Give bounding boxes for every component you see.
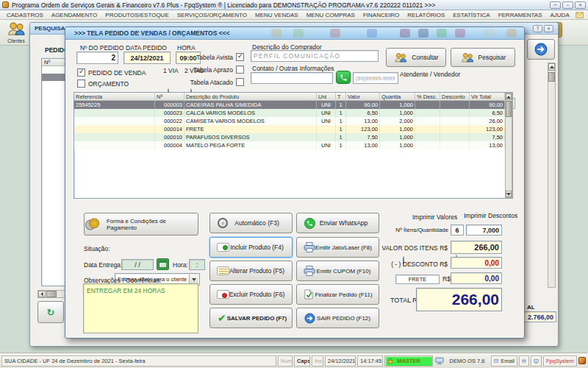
desconto-field: 0,00 bbox=[451, 257, 502, 269]
automatico-button[interactable]: ≡ Automático (F3) bbox=[209, 213, 293, 233]
application-window: Programa Ordem de Serviços Gerais & Fina… bbox=[0, 0, 588, 368]
data-entrega-field[interactable]: / / bbox=[121, 259, 154, 270]
pesquisa-hscrollbar[interactable] bbox=[37, 290, 65, 298]
email-icon bbox=[576, 12, 584, 18]
monitor-icon bbox=[534, 358, 539, 365]
table-vscrollbar[interactable] bbox=[505, 93, 512, 198]
excluir-produto-icon bbox=[217, 290, 229, 299]
whatsapp-icon bbox=[340, 74, 348, 82]
menu-financeiro[interactable]: FINANCEIRO bbox=[359, 11, 403, 19]
pedido-venda-checkbox[interactable] bbox=[77, 68, 85, 77]
maximize-button[interactable]: ▫ bbox=[562, 1, 573, 9]
data-pedido-field[interactable]: 24/12/2021 bbox=[123, 52, 171, 64]
table-row[interactable]: 000023 CALCA VARIOS MODELOSUNI 16,50 1,0… bbox=[74, 109, 512, 117]
desconto-label: ( - ) DESCONTO R$ bbox=[381, 261, 448, 268]
excluir-produto-button[interactable]: Excluir Produto (F6) bbox=[209, 284, 293, 305]
situacao-label: Situação: bbox=[84, 245, 110, 252]
itens-quantidade-label: Nº Ítens/Quantidade bbox=[393, 227, 448, 233]
calendar-button[interactable] bbox=[157, 258, 169, 270]
data-pedido-label: DATA PEDIDO bbox=[126, 44, 167, 52]
emitir-jato-button[interactable]: Emitir Jato/Laser (F8) bbox=[296, 237, 379, 258]
status-brand: FpqSystem bbox=[543, 355, 577, 367]
status-monitor[interactable] bbox=[531, 355, 542, 367]
table-row[interactable]: 000004 MATELO PEGA FORTEUNI 113,00 1,000… bbox=[74, 141, 512, 149]
menu-estatistica[interactable]: ESTATÍSTICA bbox=[449, 11, 493, 19]
itens-field: 6 bbox=[451, 224, 464, 236]
pagamento-button[interactable]: Forma e Condições de Pagamento bbox=[84, 213, 198, 236]
hora-entrega-field[interactable]: : bbox=[189, 259, 205, 270]
status-printer[interactable] bbox=[519, 355, 529, 367]
status-date: 24/12/2021 bbox=[325, 355, 356, 367]
hora-entrega-label: Hora: bbox=[173, 261, 188, 269]
app-icon bbox=[2, 1, 9, 8]
pesquisar-button[interactable]: Pesquisar bbox=[451, 48, 515, 67]
comprador-field[interactable]: PERFIL COMUNICAÇÃO bbox=[251, 50, 379, 62]
pedido-dialog: >>> TELA PEDIDO DE VENDAS / ORÇAMENTOS <… bbox=[65, 26, 525, 339]
email-icon bbox=[494, 358, 498, 364]
clientes-icon[interactable] bbox=[6, 21, 26, 37]
contato-field[interactable] bbox=[251, 72, 333, 84]
app-titlebar: Programa Ordem de Serviços Gerais & Fina… bbox=[0, 0, 588, 10]
finalizar-pedido-button[interactable]: Finalizar Pedido (F11) bbox=[296, 284, 379, 305]
status-email[interactable]: Email bbox=[491, 355, 517, 367]
menu-produtos-estoque[interactable]: PRODUTOS/ESTOQUE bbox=[101, 11, 172, 19]
quantidade-field: 7,000 bbox=[466, 224, 502, 236]
menu-ferramentas[interactable]: FERRAMENTAS bbox=[495, 11, 546, 19]
valor-itens-label: VALOR DOS ITENS R$ bbox=[381, 244, 448, 252]
pesquisa-help-button[interactable]: ? bbox=[533, 25, 542, 32]
table-row[interactable]: 000014 FRETE 1123,00 1,000 123,00 bbox=[74, 125, 512, 133]
tabela-avista-checkbox[interactable] bbox=[236, 53, 244, 61]
menu-relatorios[interactable]: RELATÓRIOS bbox=[404, 11, 448, 19]
frete-label-box[interactable]: FRETE bbox=[395, 275, 440, 284]
numero-pedido-label: Nº DO PEDIDO bbox=[80, 44, 123, 52]
frete-field[interactable]: 0,00 bbox=[451, 272, 502, 284]
menu-cadastros[interactable]: CADASTROS bbox=[3, 11, 47, 19]
tabela-avista-label: Tabela Avista bbox=[189, 54, 233, 61]
tabela-aprazo-checkbox[interactable] bbox=[236, 66, 244, 74]
fpq-icon bbox=[578, 357, 586, 364]
alterar-produto-button[interactable]: Alterar Produto (F5) bbox=[209, 261, 293, 281]
menu-email[interactable]: E-MAIL bbox=[584, 11, 588, 19]
sair-pedido-button[interactable]: SAIR PEDIDO (F12) bbox=[296, 308, 379, 328]
rs-label: R$ bbox=[442, 275, 451, 283]
tabela-atacado-checkbox[interactable] bbox=[236, 78, 244, 86]
table-row[interactable]: 000010 PARAFUSOS DIVERSOS 17,50 1,000 7,… bbox=[74, 133, 512, 141]
status-caps: Caps bbox=[294, 355, 310, 367]
pesquisa-close-button[interactable]: × bbox=[544, 25, 553, 32]
people-icon bbox=[460, 52, 475, 63]
whatsapp-button[interactable] bbox=[336, 71, 351, 84]
produtos-table-header: ReferenciaNº Descrição do ProdutoUni TVa… bbox=[74, 93, 512, 101]
table-row[interactable]: 000022 CAMISETA VARIOS MODELOSUNI 113,00… bbox=[74, 117, 512, 125]
numero-pedido-field[interactable]: 2 bbox=[76, 52, 118, 64]
telefone-field[interactable]: (99)99999-9999 bbox=[353, 72, 398, 84]
status-version: DEMO OS 7.6 bbox=[446, 355, 488, 367]
menu-ajuda[interactable]: AJUDA bbox=[546, 11, 573, 19]
salvar-pedido-button[interactable]: ✔ SALVAR PEDIDO (F7) bbox=[209, 308, 293, 328]
total-field: 266,00 bbox=[416, 288, 502, 311]
menubar: CADASTROS AGENDAMENTO PRODUTOS/ESTOQUE S… bbox=[0, 10, 588, 20]
menu-servicos-orcamento[interactable]: SERVIÇOS/ORÇAMENTO bbox=[173, 11, 251, 19]
menu-vendas[interactable]: MENU VENDAS bbox=[251, 11, 302, 19]
clientes-label: Clientes bbox=[1, 38, 31, 43]
printer-icon bbox=[522, 358, 526, 364]
consultar-button[interactable]: Consultar bbox=[386, 48, 446, 67]
pesquisa-sair-button[interactable] bbox=[527, 39, 555, 60]
observacoes-textarea[interactable]: ENTREGAR EM 24 HORAS bbox=[83, 283, 198, 333]
pesquisa-vscrollbar[interactable] bbox=[548, 63, 556, 288]
enviar-whatsapp-button[interactable]: Enviar WhatsApp bbox=[296, 213, 379, 233]
menu-agendamento[interactable]: AGENDAMENTO bbox=[48, 11, 101, 19]
whatsapp-icon bbox=[304, 218, 315, 229]
incluir-produto-button[interactable]: Incluir Produto (F4) bbox=[209, 237, 293, 258]
statusbar: SUA CIDADE - UF 24 de Dezembro de 2021 -… bbox=[0, 353, 588, 368]
pesquisa-total-label: AL bbox=[527, 304, 535, 311]
dialog-titlebar[interactable]: >>> TELA PEDIDO DE VENDAS / ORÇAMENTOS <… bbox=[65, 27, 524, 40]
status-time: 14:17:45 bbox=[357, 355, 383, 367]
pesquisa-refresh-button[interactable]: ↻ bbox=[37, 301, 64, 323]
status-location: SUA CIDADE - UF 24 de Dezembro de 2021 -… bbox=[1, 355, 276, 367]
orcamento-checkbox[interactable] bbox=[77, 79, 85, 88]
menu-compras[interactable]: MENU COMPRAS bbox=[303, 11, 359, 19]
close-button[interactable]: × bbox=[575, 1, 586, 9]
table-row[interactable]: 25545225000003 CADEIRAS PALHA S/MEDIDAUN… bbox=[74, 101, 512, 109]
emitir-cupom-button[interactable]: Emitir CUPOM (F10) bbox=[296, 261, 379, 281]
minimize-button[interactable]: ─ bbox=[550, 1, 561, 9]
